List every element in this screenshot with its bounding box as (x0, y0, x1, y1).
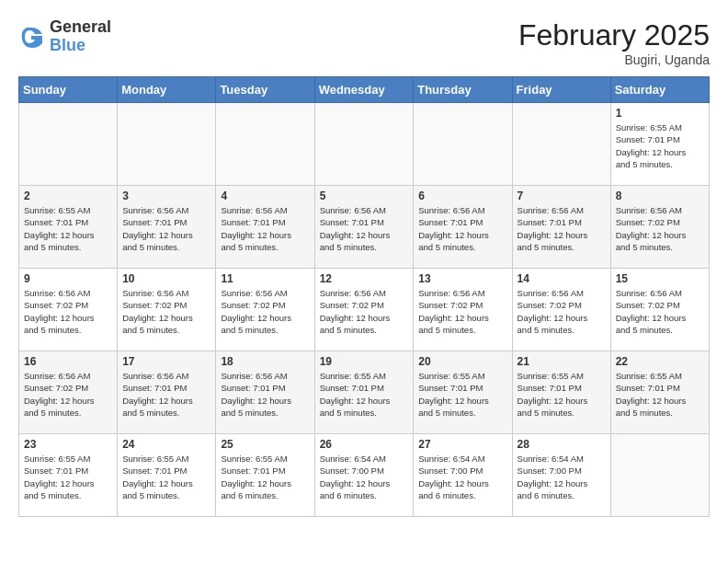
day-number: 25 (221, 438, 309, 451)
day-number: 1 (616, 107, 704, 120)
day-cell (512, 103, 610, 186)
day-cell: 16Sunrise: 6:56 AM Sunset: 7:02 PM Dayli… (19, 351, 118, 434)
day-number: 12 (320, 272, 409, 285)
day-cell: 10Sunrise: 6:56 AM Sunset: 7:02 PM Dayli… (118, 269, 216, 351)
day-info: Sunrise: 6:55 AM Sunset: 7:01 PM Dayligh… (518, 370, 606, 419)
day-info: Sunrise: 6:56 AM Sunset: 7:01 PM Dayligh… (221, 204, 309, 253)
day-cell: 4Sunrise: 6:56 AM Sunset: 7:01 PM Daylig… (216, 186, 314, 269)
day-info: Sunrise: 6:55 AM Sunset: 7:01 PM Dayligh… (320, 370, 409, 419)
day-cell: 26Sunrise: 6:54 AM Sunset: 7:00 PM Dayli… (314, 434, 414, 517)
day-number: 22 (616, 355, 704, 368)
day-info: Sunrise: 6:56 AM Sunset: 7:01 PM Dayligh… (221, 370, 309, 419)
day-info: Sunrise: 6:56 AM Sunset: 7:02 PM Dayligh… (518, 287, 606, 336)
week-row-2: 2Sunrise: 6:55 AM Sunset: 7:01 PM Daylig… (19, 186, 710, 269)
day-info: Sunrise: 6:56 AM Sunset: 7:02 PM Dayligh… (221, 287, 309, 336)
day-cell: 18Sunrise: 6:56 AM Sunset: 7:01 PM Dayli… (216, 351, 314, 434)
week-row-5: 23Sunrise: 6:55 AM Sunset: 7:01 PM Dayli… (19, 434, 710, 517)
day-info: Sunrise: 6:56 AM Sunset: 7:02 PM Dayligh… (122, 287, 210, 336)
day-cell: 20Sunrise: 6:55 AM Sunset: 7:01 PM Dayli… (414, 351, 512, 434)
page-header: General Blue February 2025 Bugiri, Ugand… (18, 18, 710, 67)
day-cell: 9Sunrise: 6:56 AM Sunset: 7:02 PM Daylig… (19, 269, 118, 351)
day-number: 27 (418, 438, 506, 451)
day-cell: 6Sunrise: 6:56 AM Sunset: 7:01 PM Daylig… (414, 186, 512, 269)
day-cell: 5Sunrise: 6:56 AM Sunset: 7:01 PM Daylig… (314, 186, 414, 269)
day-cell: 7Sunrise: 6:56 AM Sunset: 7:01 PM Daylig… (512, 186, 610, 269)
day-number: 11 (221, 272, 309, 285)
logo-icon (18, 23, 46, 51)
day-info: Sunrise: 6:56 AM Sunset: 7:01 PM Dayligh… (122, 204, 210, 253)
day-cell (414, 103, 512, 186)
day-cell: 2Sunrise: 6:55 AM Sunset: 7:01 PM Daylig… (19, 186, 118, 269)
day-info: Sunrise: 6:56 AM Sunset: 7:02 PM Dayligh… (24, 370, 112, 419)
day-info: Sunrise: 6:56 AM Sunset: 7:02 PM Dayligh… (418, 287, 506, 336)
day-cell (118, 103, 216, 186)
day-number: 10 (122, 272, 210, 285)
day-number: 8 (616, 190, 704, 202)
day-cell: 3Sunrise: 6:56 AM Sunset: 7:01 PM Daylig… (118, 186, 216, 269)
day-cell: 1Sunrise: 6:55 AM Sunset: 7:01 PM Daylig… (610, 103, 709, 186)
day-info: Sunrise: 6:56 AM Sunset: 7:01 PM Dayligh… (320, 204, 409, 253)
day-number: 24 (122, 438, 210, 451)
day-info: Sunrise: 6:55 AM Sunset: 7:01 PM Dayligh… (24, 453, 112, 501)
day-cell: 19Sunrise: 6:55 AM Sunset: 7:01 PM Dayli… (314, 351, 414, 434)
day-info: Sunrise: 6:56 AM Sunset: 7:01 PM Dayligh… (418, 204, 506, 253)
day-info: Sunrise: 6:56 AM Sunset: 7:01 PM Dayligh… (122, 370, 210, 419)
day-number: 19 (320, 355, 409, 368)
day-cell: 17Sunrise: 6:56 AM Sunset: 7:01 PM Dayli… (118, 351, 216, 434)
day-cell (216, 103, 314, 186)
day-number: 14 (518, 272, 606, 285)
day-info: Sunrise: 6:56 AM Sunset: 7:02 PM Dayligh… (24, 287, 112, 336)
day-info: Sunrise: 6:55 AM Sunset: 7:01 PM Dayligh… (418, 370, 506, 419)
day-number: 17 (122, 355, 210, 368)
day-cell: 27Sunrise: 6:54 AM Sunset: 7:00 PM Dayli… (414, 434, 512, 517)
weekday-header-tuesday: Tuesday (216, 77, 314, 103)
day-info: Sunrise: 6:54 AM Sunset: 7:00 PM Dayligh… (320, 453, 409, 501)
week-row-3: 9Sunrise: 6:56 AM Sunset: 7:02 PM Daylig… (19, 269, 710, 351)
title-block: February 2025 Bugiri, Uganda (518, 18, 710, 67)
day-cell: 11Sunrise: 6:56 AM Sunset: 7:02 PM Dayli… (216, 269, 314, 351)
weekday-header-thursday: Thursday (414, 77, 512, 103)
day-info: Sunrise: 6:55 AM Sunset: 7:01 PM Dayligh… (24, 204, 112, 253)
day-cell: 21Sunrise: 6:55 AM Sunset: 7:01 PM Dayli… (512, 351, 610, 434)
day-cell: 14Sunrise: 6:56 AM Sunset: 7:02 PM Dayli… (512, 269, 610, 351)
day-number: 7 (518, 190, 606, 202)
day-info: Sunrise: 6:55 AM Sunset: 7:01 PM Dayligh… (122, 453, 210, 501)
day-cell (314, 103, 414, 186)
day-number: 23 (24, 438, 112, 451)
weekday-header-friday: Friday (512, 77, 610, 103)
day-cell: 13Sunrise: 6:56 AM Sunset: 7:02 PM Dayli… (414, 269, 512, 351)
day-number: 18 (221, 355, 309, 368)
logo-blue-text: Blue (50, 36, 85, 54)
day-cell (19, 103, 118, 186)
week-row-1: 1Sunrise: 6:55 AM Sunset: 7:01 PM Daylig… (19, 103, 710, 186)
day-number: 3 (122, 190, 210, 202)
day-number: 20 (418, 355, 506, 368)
day-number: 15 (616, 272, 704, 285)
day-info: Sunrise: 6:54 AM Sunset: 7:00 PM Dayligh… (418, 453, 506, 501)
day-cell: 12Sunrise: 6:56 AM Sunset: 7:02 PM Dayli… (314, 269, 414, 351)
day-info: Sunrise: 6:55 AM Sunset: 7:01 PM Dayligh… (616, 370, 704, 419)
day-cell: 24Sunrise: 6:55 AM Sunset: 7:01 PM Dayli… (118, 434, 216, 517)
day-info: Sunrise: 6:56 AM Sunset: 7:01 PM Dayligh… (518, 204, 606, 253)
day-cell (610, 434, 709, 517)
weekday-header-sunday: Sunday (19, 77, 118, 103)
day-cell: 8Sunrise: 6:56 AM Sunset: 7:02 PM Daylig… (610, 186, 709, 269)
weekday-header-row: SundayMondayTuesdayWednesdayThursdayFrid… (19, 77, 710, 103)
day-info: Sunrise: 6:56 AM Sunset: 7:02 PM Dayligh… (320, 287, 409, 336)
day-number: 21 (518, 355, 606, 368)
day-info: Sunrise: 6:56 AM Sunset: 7:02 PM Dayligh… (616, 204, 704, 253)
day-number: 4 (221, 190, 309, 202)
day-info: Sunrise: 6:55 AM Sunset: 7:01 PM Dayligh… (221, 453, 309, 501)
day-cell: 28Sunrise: 6:54 AM Sunset: 7:00 PM Dayli… (512, 434, 610, 517)
weekday-header-saturday: Saturday (610, 77, 709, 103)
day-info: Sunrise: 6:55 AM Sunset: 7:01 PM Dayligh… (616, 121, 704, 170)
day-info: Sunrise: 6:54 AM Sunset: 7:00 PM Dayligh… (518, 453, 606, 501)
day-number: 28 (518, 438, 606, 451)
day-number: 26 (320, 438, 409, 451)
day-number: 13 (418, 272, 506, 285)
calendar-title: February 2025 (518, 18, 710, 52)
day-number: 16 (24, 355, 112, 368)
day-info: Sunrise: 6:56 AM Sunset: 7:02 PM Dayligh… (616, 287, 704, 336)
day-number: 6 (418, 190, 506, 202)
logo: General Blue (18, 18, 111, 55)
